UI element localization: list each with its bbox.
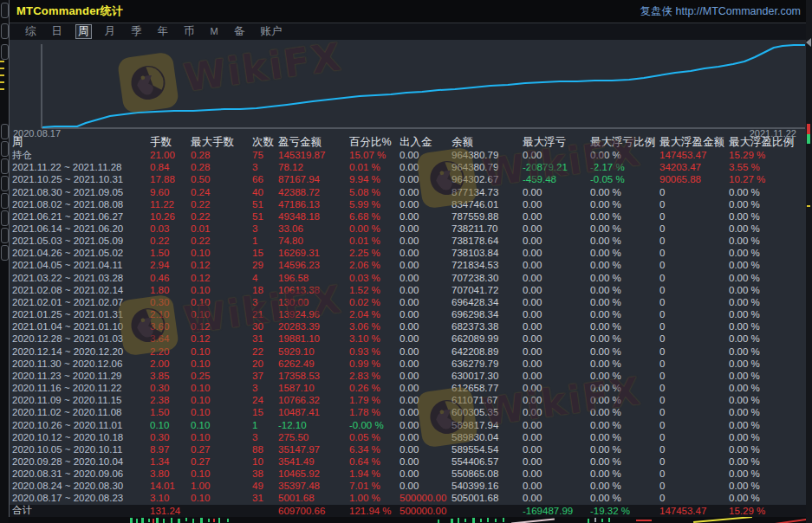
table-cell: 0.00 — [523, 297, 590, 307]
table-cell: 0.05 % — [349, 432, 400, 442]
dock-button[interactable] — [1, 124, 9, 139]
column-header[interactable]: 盈亏金额 — [278, 136, 349, 149]
tab-9[interactable]: 备 — [231, 24, 248, 39]
tab-7[interactable]: 币 — [181, 24, 198, 39]
table-cell: 17.88 — [150, 174, 191, 184]
table-row[interactable]: 2020.10.12 ~ 2020.10.180.300.103275.500.… — [10, 431, 807, 443]
tab-2[interactable]: 日 — [49, 24, 66, 39]
table-cell: 0.00 % — [590, 481, 659, 491]
column-header[interactable]: 手数 — [150, 136, 191, 149]
table-row[interactable]: 2021.05.03 ~ 2021.05.090.220.22174.800.0… — [10, 235, 807, 247]
dock-button[interactable] — [1, 193, 9, 209]
tab-1[interactable]: 综 — [23, 24, 39, 39]
tab-5[interactable]: 季 — [128, 24, 145, 39]
table-cell: 0 — [659, 273, 729, 283]
table-row[interactable]: 2021.02.08 ~ 2021.02.141.800.101810613.3… — [10, 284, 807, 296]
dock-button[interactable] — [1, 44, 9, 60]
tab-10[interactable]: 账户 — [257, 24, 284, 39]
table-cell: 147453.47 — [659, 150, 729, 160]
table-row[interactable]: 2021.08.30 ~ 2021.09.059.600.244042388.7… — [10, 185, 807, 197]
table-row[interactable]: 2020.08.17 ~ 2020.08.233.100.10315001.68… — [10, 492, 807, 504]
column-header[interactable]: 最大浮盈金额 — [659, 136, 729, 149]
dock-button[interactable] — [1, 158, 9, 174]
chart-fragment — [480, 519, 482, 522]
table-row[interactable]: 2021.06.14 ~ 2021.06.200.030.01333.060.0… — [10, 223, 807, 235]
column-header[interactable]: 出入金 — [400, 136, 451, 149]
table-row[interactable]: 2021.11.22 ~ 2021.11.280.840.28378.120.0… — [10, 161, 807, 173]
table-row[interactable]: 2021.02.01 ~ 2021.02.070.300.103130.000.… — [10, 296, 807, 308]
column-header[interactable]: 最大浮亏比例 — [590, 136, 659, 149]
chart-fragment — [594, 518, 596, 522]
dock-button[interactable] — [1, 176, 9, 191]
tab-3[interactable]: 周 — [75, 24, 92, 39]
table-cell: 15.29 % — [729, 150, 807, 160]
table-cell: 0.00 % — [729, 395, 807, 405]
column-header[interactable]: 百分比% — [349, 136, 400, 149]
table-cell: 0 — [659, 383, 729, 393]
tab-6[interactable]: 年 — [155, 24, 172, 39]
table-row[interactable]: 2020.11.02 ~ 2020.11.081.500.101510487.4… — [10, 406, 807, 418]
table-cell: -459.48 — [523, 174, 590, 184]
table-cell: 0.00 % — [729, 420, 807, 430]
vendor-link[interactable]: 复盘侠 http://MTCommander.com — [640, 4, 806, 19]
table-cell: 0.00 % — [729, 199, 807, 210]
table-cell: 0.12 — [191, 260, 252, 270]
dock-button[interactable] — [1, 210, 9, 226]
table-row[interactable]: 2020.11.16 ~ 2020.11.220.300.1031587.100… — [10, 382, 807, 394]
dock-button[interactable] — [1, 23, 9, 39]
table-cell: 3.64 — [150, 333, 191, 344]
table-cell: 0.00 — [400, 297, 451, 307]
scroll-arrow-icon[interactable] — [806, 38, 811, 47]
table-row[interactable]: 2021.01.25 ~ 2021.01.312.100.102113924.9… — [10, 308, 807, 320]
column-header[interactable]: 次数 — [252, 136, 278, 149]
table-row[interactable]: 2021.04.05 ~ 2021.04.112.940.122914596.2… — [10, 259, 807, 271]
table-row[interactable]: 2021.08.02 ~ 2021.08.0811.220.225147186.… — [10, 198, 807, 210]
table-row[interactable]: 2020.11.09 ~ 2020.11.152.380.102410766.3… — [10, 394, 807, 406]
table-cell: 0 — [659, 420, 729, 430]
column-header[interactable]: 周 — [12, 136, 150, 149]
table-row[interactable]: 2020.10.05 ~ 2020.10.118.970.278835147.9… — [10, 443, 807, 455]
table-row[interactable]: 2021.06.21 ~ 2021.06.2710.260.225149348.… — [10, 210, 807, 223]
tab-4[interactable]: 月 — [102, 24, 119, 39]
dock-marker — [0, 74, 4, 76]
column-header[interactable]: 最大手数 — [191, 136, 252, 149]
table-row[interactable]: 2020.11.30 ~ 2020.12.062.000.10206262.49… — [10, 358, 807, 370]
table-cell: 2020.08.17 ~ 2020.08.23 — [12, 493, 150, 503]
table-row[interactable]: 2020.11.23 ~ 2020.11.293.850.253717358.5… — [10, 370, 807, 382]
dock-button[interactable] — [1, 228, 9, 243]
table-cell: 3.85 — [150, 371, 191, 381]
table-cell: 2021.01.04 ~ 2021.01.10 — [12, 321, 150, 332]
column-header[interactable]: 最大浮盈比例 — [729, 136, 807, 149]
table-cell: 5.08 % — [349, 187, 400, 197]
table-total-row[interactable]: 合计131.24609700.66121.94 %500000.00-16948… — [10, 505, 807, 518]
dock-button[interactable] — [1, 141, 9, 157]
dock-button[interactable] — [1, 245, 9, 261]
table-row[interactable]: 2021.01.04 ~ 2021.01.103.600.123020283.3… — [10, 320, 807, 333]
table-row[interactable]: 2020.12.28 ~ 2021.01.033.640.123119881.1… — [10, 333, 807, 345]
table-cell: 0.00 % — [590, 223, 659, 234]
chart-fragment — [636, 520, 652, 521]
table-cell: 1.00 — [191, 481, 252, 491]
table-row[interactable]: 2021.10.25 ~ 2021.10.3117.880.506687167.… — [10, 173, 807, 185]
table-row[interactable]: 2021.03.22 ~ 2021.03.280.460.124196.580.… — [10, 272, 807, 284]
table-row[interactable]: 2020.10.26 ~ 2020.11.010.100.101-12.10-0… — [10, 418, 807, 430]
table-cell: 0.00 % — [590, 420, 659, 430]
table-row[interactable]: 2020.08.24 ~ 2020.08.3014.011.004935397.… — [10, 480, 807, 492]
table-row[interactable]: 2020.09.28 ~ 2020.10.041.340.27103541.49… — [10, 455, 807, 468]
table-row[interactable]: 2020.08.31 ~ 2020.09.063.800.103810465.9… — [10, 468, 807, 480]
table-row[interactable]: 2021.04.26 ~ 2021.05.021.500.101516269.3… — [10, 247, 807, 259]
table-cell: 18 — [252, 285, 278, 295]
statistics-window: MTCommander统计 复盘侠 http://MTCommander.com… — [9, 0, 806, 517]
column-header[interactable]: 最大浮亏 — [523, 136, 590, 149]
table-row[interactable]: 持仓21.000.2875145319.8715.07 %0.00964380.… — [10, 149, 807, 161]
table-cell: 3 — [252, 162, 278, 172]
table-cell: 0.00 % — [590, 211, 659, 222]
dock-button[interactable] — [1, 3, 9, 18]
chart-fragment — [511, 518, 555, 523]
tab-8[interactable]: M — [208, 24, 221, 39]
period-tab-bar: 综日周月季年币M备账户 — [10, 23, 806, 40]
column-header[interactable]: 余额 — [451, 136, 523, 149]
table-cell: 0.00 — [523, 432, 590, 442]
table-row[interactable]: 2020.12.14 ~ 2020.12.202.200.10225929.10… — [10, 345, 807, 358]
table-cell: 37 — [252, 371, 278, 381]
